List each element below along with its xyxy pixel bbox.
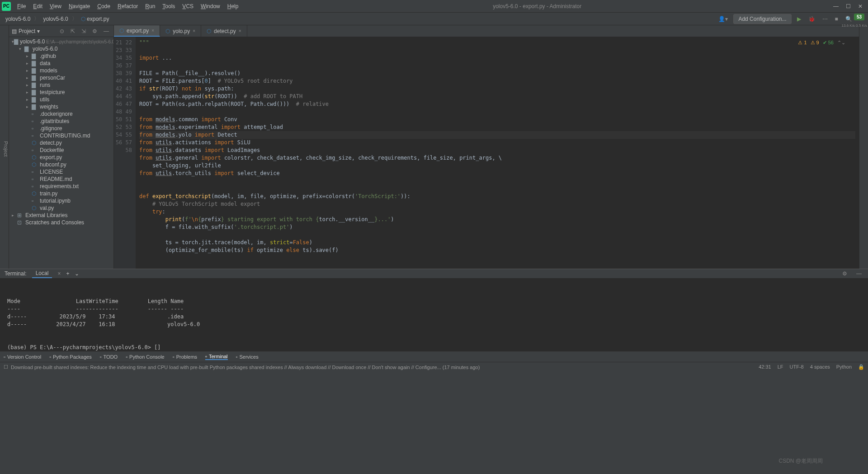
- tree-item[interactable]: ▸▇utils: [9, 96, 113, 103]
- chevron-down-icon[interactable]: ▾: [37, 28, 40, 34]
- tree-item[interactable]: ▸▇data: [9, 60, 113, 67]
- tab-close-icon[interactable]: ×: [239, 28, 241, 33]
- select-opened-icon[interactable]: ⊙: [58, 27, 66, 35]
- tree-item[interactable]: ⊡Scratches and Consoles: [9, 219, 113, 226]
- close-icon[interactable]: ✕: [858, 3, 863, 9]
- tree-item[interactable]: ⬡val.py: [9, 204, 113, 212]
- terminal-tab-local[interactable]: Local: [32, 269, 52, 278]
- tool-terminal[interactable]: ▫Terminal: [205, 354, 227, 360]
- breadcrumb: yolov5-6.0〉yolov5-6.0〉⬡ export.py: [4, 15, 717, 23]
- tool-python-packages[interactable]: ▫Python Packages: [49, 354, 92, 360]
- up-down-icon[interactable]: ⌃⌄: [837, 40, 845, 46]
- code-content[interactable]: """ import ... FILE = Path(__file__).res…: [136, 37, 859, 269]
- menu-view[interactable]: View: [47, 2, 64, 11]
- hide-icon[interactable]: —: [102, 27, 111, 35]
- breadcrumb-item[interactable]: yolov5-6.0: [4, 15, 32, 23]
- line-sep[interactable]: LF: [778, 364, 783, 370]
- menu-run[interactable]: Run: [142, 2, 158, 11]
- tool-version-control[interactable]: ▫Version Control: [4, 354, 41, 360]
- tab-detect-py[interactable]: ⬡detect.py×: [201, 25, 247, 37]
- add-config-button[interactable]: Add Configuration...: [733, 14, 791, 24]
- code-markers[interactable]: ⚠ 1 ⚠ 9 ✔ 56 ⌃⌄: [798, 40, 845, 46]
- main-menu: FileEditViewNavigateCodeRefactorRunTools…: [14, 2, 241, 11]
- tool-todo[interactable]: ▫TODO: [100, 354, 118, 360]
- tree-item[interactable]: ▸▇models: [9, 67, 113, 74]
- menu-navigate[interactable]: Navigate: [66, 2, 93, 11]
- run-icon[interactable]: ▶: [795, 15, 803, 23]
- minimize-icon[interactable]: —: [833, 3, 839, 9]
- tree-item[interactable]: ▾▇yolov5-6.0: [9, 45, 113, 52]
- breadcrumb-item[interactable]: ⬡ export.py: [79, 15, 111, 23]
- status-message[interactable]: Download pre-built shared indexes: Reduc…: [11, 365, 480, 370]
- user-icon[interactable]: 👤▾: [717, 15, 730, 23]
- tree-item[interactable]: ⬡export.py: [9, 154, 113, 161]
- settings-icon[interactable]: ⚙: [90, 27, 99, 35]
- tree-item[interactable]: ▸▇runs: [9, 81, 113, 89]
- tree-item[interactable]: ▫Dockerfile: [9, 147, 113, 154]
- check-icon[interactable]: ✔ 56: [823, 40, 834, 46]
- tree-item[interactable]: ▫CONTRIBUTING.md: [9, 132, 113, 139]
- main-area: Project ▤ Project ▾ ⊙ ⇱ ⇲ ⚙ — ▾▇yolov5-6…: [0, 25, 868, 269]
- menu-file[interactable]: File: [14, 2, 28, 11]
- weak-warning-icon[interactable]: ⚠ 9: [811, 40, 819, 46]
- tree-item[interactable]: ▫requirements.txt: [9, 183, 113, 190]
- code-area[interactable]: 21 22 23 33 34 35 36 37 38 39 40 41 42 4…: [114, 37, 859, 269]
- menu-edit[interactable]: Edit: [30, 2, 45, 11]
- debug-icon[interactable]: 🐞: [807, 15, 817, 23]
- terminal-tab-close-icon[interactable]: ×: [57, 270, 61, 277]
- terminal-header: Terminal: Local × + ⌄ ⚙ —: [0, 269, 868, 279]
- tree-item[interactable]: ⬡detect.py: [9, 139, 113, 147]
- tool-python-console[interactable]: ▫Python Console: [126, 354, 165, 360]
- terminal-settings-icon[interactable]: ⚙: [840, 270, 849, 278]
- tree-item[interactable]: ▫.gitignore: [9, 125, 113, 132]
- indent[interactable]: 4 spaces: [810, 364, 830, 370]
- folder-icon: ▤: [12, 28, 17, 34]
- terminal-hide-icon[interactable]: —: [854, 270, 863, 278]
- tree-item[interactable]: ▸▇personCar: [9, 74, 113, 81]
- tab-export-py[interactable]: ⬡export.py×: [114, 25, 160, 37]
- menu-code[interactable]: Code: [94, 2, 113, 11]
- gutter: 21 22 23 33 34 35 36 37 38 39 40 41 42 4…: [114, 37, 136, 269]
- tree-item[interactable]: ▫.dockerignore: [9, 110, 113, 118]
- stop-icon[interactable]: ■: [833, 15, 840, 23]
- terminal-content[interactable]: Mode LastWriteTime Length Name ---- ----…: [0, 279, 868, 355]
- tree-item[interactable]: ▫.gitattributes: [9, 118, 113, 125]
- tree-item[interactable]: ▫tutorial.ipynb: [9, 197, 113, 204]
- maximize-icon[interactable]: ☐: [846, 3, 851, 9]
- lock-icon[interactable]: 🔒: [858, 364, 864, 370]
- warning-icon[interactable]: ⚠ 1: [798, 40, 807, 46]
- encoding[interactable]: UTF-8: [790, 364, 804, 370]
- menu-refactor[interactable]: Refactor: [115, 2, 141, 11]
- caret-pos[interactable]: 42:31: [759, 364, 771, 370]
- tree-item[interactable]: ⬡hubconf.py: [9, 161, 113, 168]
- menu-vcs[interactable]: VCS: [179, 2, 196, 11]
- tree-item[interactable]: ▫README.md: [9, 175, 113, 183]
- interpreter[interactable]: Python: [836, 364, 852, 370]
- tool-problems[interactable]: ▫Problems: [173, 354, 197, 360]
- sidebar-left[interactable]: Project: [0, 25, 9, 269]
- tab-yolo-py[interactable]: ⬡yolo.py×: [160, 25, 201, 37]
- add-terminal-icon[interactable]: +: [66, 270, 69, 277]
- breadcrumb-item[interactable]: yolov5-6.0: [41, 15, 70, 23]
- tab-close-icon[interactable]: ×: [151, 28, 154, 33]
- tool-services[interactable]: ▫Services: [236, 354, 259, 360]
- status-icon[interactable]: ☐: [4, 364, 8, 370]
- search-icon[interactable]: 🔍: [844, 15, 854, 23]
- project-header: ▤ Project ▾ ⊙ ⇱ ⇲ ⚙ —: [9, 25, 113, 37]
- tree-item[interactable]: ▫LICENSE: [9, 168, 113, 175]
- menu-help[interactable]: Help: [225, 2, 241, 11]
- tree-item[interactable]: ▸▇weights: [9, 103, 113, 110]
- collapse-icon[interactable]: ⇲: [80, 27, 88, 35]
- menu-window[interactable]: Window: [198, 2, 223, 11]
- tree-item[interactable]: ▸▇.github: [9, 52, 113, 60]
- tree-item[interactable]: ▸▇testpicture: [9, 89, 113, 96]
- menu-tools[interactable]: Tools: [160, 2, 178, 11]
- more-run-icon[interactable]: ⋯: [821, 15, 830, 23]
- tree-item[interactable]: ▾▇yolov5-6.0 E:\A---pycharmprojects\yolo…: [9, 38, 113, 45]
- project-tree[interactable]: ▾▇yolov5-6.0 E:\A---pycharmprojects\yolo…: [9, 37, 113, 269]
- tab-close-icon[interactable]: ×: [193, 28, 195, 33]
- expand-icon[interactable]: ⇱: [69, 27, 77, 35]
- tree-item[interactable]: ▸⊞External Libraries: [9, 212, 113, 219]
- tree-item[interactable]: ⬡train.py: [9, 190, 113, 197]
- terminal-dropdown-icon[interactable]: ⌄: [75, 270, 79, 277]
